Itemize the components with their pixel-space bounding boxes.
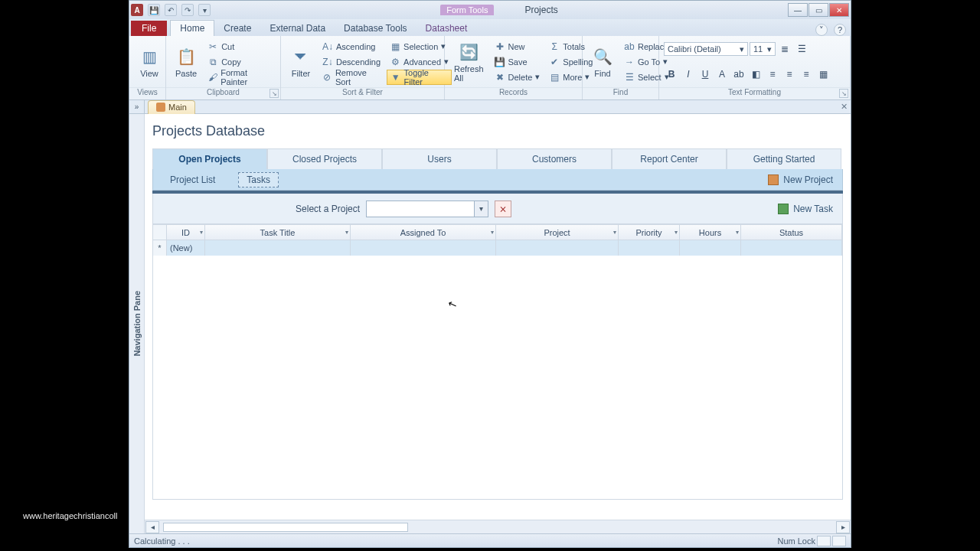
filter-icon: ⏷: [290, 46, 312, 67]
nav-pane-toggle[interactable]: »: [129, 100, 145, 114]
navigation-pane-collapsed[interactable]: Navigation Pane: [129, 114, 145, 533]
qat-redo-button[interactable]: ↷: [181, 4, 194, 16]
status-bar: Calculating . . . Num Lock: [129, 533, 851, 547]
view-button[interactable]: ▥View: [134, 44, 165, 80]
window-close-button[interactable]: ✕: [829, 3, 849, 17]
group-sort-filter-label: Sort & Filter: [281, 87, 444, 99]
cell-project[interactable]: [496, 240, 619, 256]
selection-button[interactable]: ▦Selection ▾: [387, 39, 452, 54]
tab-getting-started[interactable]: Getting Started: [727, 148, 841, 169]
cell-status[interactable]: [741, 240, 842, 256]
new-project-link[interactable]: New Project: [768, 174, 833, 185]
refresh-all-button[interactable]: 🔄Refresh All: [449, 40, 488, 84]
highlight-button[interactable]: ab: [731, 67, 746, 81]
form-icon: [156, 103, 165, 112]
view-datasheet-button[interactable]: [832, 536, 846, 546]
align-right-button[interactable]: ≡: [799, 67, 814, 81]
font-size-selector[interactable]: 11▾: [750, 42, 776, 56]
italic-button[interactable]: I: [681, 67, 696, 81]
qat-customize-button[interactable]: ▾: [198, 4, 211, 16]
find-button[interactable]: 🔍Find: [587, 44, 618, 80]
format-painter-button[interactable]: 🖌Format Painter: [204, 70, 276, 85]
ribbon-tab-external-data[interactable]: External Data: [260, 21, 335, 36]
ribbon-tab-datasheet[interactable]: Datasheet: [416, 21, 477, 36]
cell-priority[interactable]: [619, 240, 680, 256]
scroll-left-button[interactable]: ◂: [145, 521, 159, 533]
maximize-button[interactable]: ▭: [808, 3, 828, 17]
gridlines-button[interactable]: ▦: [815, 67, 831, 81]
ribbon-minimize-button[interactable]: ˅: [815, 24, 828, 36]
help-button[interactable]: ?: [834, 24, 846, 36]
new-task-link[interactable]: New Task: [778, 204, 833, 214]
numbering-button[interactable]: ☰: [794, 42, 809, 56]
horizontal-scrollbar[interactable]: [163, 523, 408, 532]
col-project[interactable]: Project▾: [496, 225, 619, 240]
remove-sort-button[interactable]: ⊘Remove Sort: [319, 70, 384, 85]
select-all-cell[interactable]: [153, 225, 167, 240]
cut-button[interactable]: ✂Cut: [204, 39, 276, 54]
minimize-button[interactable]: —: [788, 3, 808, 17]
clipboard-launcher[interactable]: ↘: [270, 89, 279, 98]
new-task-icon: [778, 204, 789, 214]
row-selector[interactable]: *: [153, 240, 167, 256]
save-icon: 💾: [495, 57, 505, 67]
save-record-button[interactable]: 💾Save: [492, 54, 544, 70]
sort-ascending-button[interactable]: A↓Ascending: [319, 39, 384, 54]
ribbon-tab-home[interactable]: Home: [170, 20, 214, 36]
toggle-filter-button[interactable]: ▼Toggle Filter: [387, 70, 452, 85]
text-formatting-launcher[interactable]: ↘: [839, 89, 848, 98]
tab-closed-projects[interactable]: Closed Projects: [267, 148, 382, 169]
cell-task-title[interactable]: [205, 240, 351, 256]
format-painter-icon: 🖌: [207, 72, 217, 83]
underline-button[interactable]: U: [697, 67, 713, 81]
font-selector[interactable]: Calibri (Detail)▾: [664, 42, 748, 56]
bold-button[interactable]: B: [664, 67, 679, 81]
tab-open-projects[interactable]: Open Projects: [152, 148, 267, 169]
col-priority[interactable]: Priority▾: [619, 225, 680, 240]
ribbon-tab-strip: File Home Create External Data Database …: [129, 19, 851, 36]
fill-color-button[interactable]: ◧: [748, 67, 763, 81]
cell-hours[interactable]: [680, 240, 741, 256]
col-id[interactable]: ID▾: [167, 225, 205, 240]
delete-record-button[interactable]: ✖Delete ▾: [492, 70, 544, 85]
subtab-tasks[interactable]: Tasks: [238, 172, 279, 187]
file-tab[interactable]: File: [131, 21, 167, 36]
sort-descending-button[interactable]: Z↓Descending: [319, 54, 384, 70]
subtab-project-list[interactable]: Project List: [162, 173, 223, 187]
copy-button[interactable]: ⧉Copy: [204, 54, 276, 70]
align-center-button[interactable]: ≡: [782, 67, 797, 81]
tab-report-center[interactable]: Report Center: [612, 148, 727, 169]
advanced-button[interactable]: ⚙Advanced ▾: [387, 54, 452, 70]
align-left-button[interactable]: ≡: [765, 67, 780, 81]
col-status[interactable]: Status: [741, 225, 842, 240]
col-hours[interactable]: Hours▾: [680, 225, 741, 240]
select-project-combo[interactable]: ▾: [366, 201, 488, 217]
col-task-title[interactable]: Task Title▾: [205, 225, 351, 240]
ribbon-tab-database-tools[interactable]: Database Tools: [335, 21, 416, 36]
cell-assigned-to[interactable]: [351, 240, 496, 256]
filter-button[interactable]: ⏷Filter: [286, 44, 316, 80]
new-record-row[interactable]: * (New): [153, 240, 842, 256]
font-color-button[interactable]: A: [714, 67, 730, 81]
view-form-button[interactable]: [817, 536, 831, 546]
scroll-right-button[interactable]: ▸: [836, 521, 850, 533]
tab-customers[interactable]: Customers: [497, 148, 612, 169]
new-record-button[interactable]: ✚New: [492, 39, 544, 54]
qat-save-button[interactable]: 💾: [148, 4, 160, 16]
ribbon-tab-create[interactable]: Create: [214, 21, 260, 36]
main-nav-tabs: Open Projects Closed Projects Users Cust…: [152, 148, 843, 169]
col-assigned-to[interactable]: Assigned To▾: [351, 225, 496, 240]
clear-filter-button[interactable]: ⨯: [495, 201, 511, 217]
paste-button[interactable]: 📋Paste: [171, 44, 201, 80]
toggle-filter-icon: ▼: [390, 72, 400, 83]
bullets-button[interactable]: ≣: [777, 42, 792, 56]
object-tab-close[interactable]: ✕: [837, 100, 851, 114]
numlock-indicator: Num Lock: [777, 536, 815, 546]
cell-id-new[interactable]: (New): [167, 240, 205, 256]
title-bar: A 💾 ↶ ↷ ▾ Form Tools Projects — ▭ ✕: [129, 1, 851, 19]
object-tab-main[interactable]: Main: [148, 100, 195, 114]
delete-icon: ✖: [495, 72, 505, 83]
tab-users[interactable]: Users: [382, 148, 497, 169]
combo-dropdown-button[interactable]: ▾: [474, 201, 488, 217]
qat-undo-button[interactable]: ↶: [165, 4, 177, 16]
